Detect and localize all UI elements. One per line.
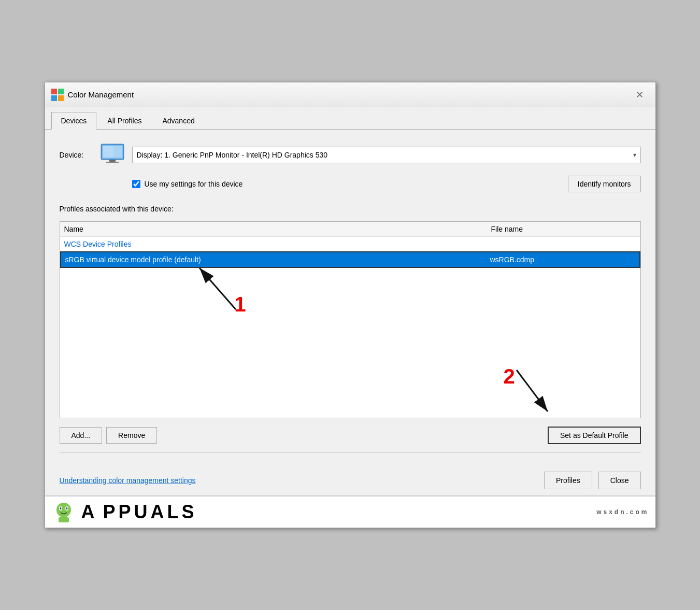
svg-rect-0	[51, 89, 57, 94]
bottom-buttons: Add... Remove Set as Default Profile	[60, 427, 641, 453]
watermark-logo	[51, 500, 76, 524]
title-bar: Color Management ✕	[45, 82, 655, 107]
close-dialog-button[interactable]: Close	[598, 472, 641, 489]
add-button[interactable]: Add...	[60, 427, 103, 444]
svg-rect-3	[58, 95, 64, 101]
set-default-profile-button[interactable]: Set as Default Profile	[548, 427, 641, 444]
footer-right: Profiles Close	[544, 472, 640, 489]
profile-row[interactable]: sRGB virtual device model profile (defau…	[60, 251, 640, 268]
window-close-button[interactable]: ✕	[631, 87, 649, 103]
profiles-table[interactable]: Name File name WCS Device Profiles sRGB …	[60, 221, 641, 418]
footer: Understanding color management settings …	[45, 465, 655, 495]
checkbox-group: Use my settings for this device	[132, 180, 243, 188]
content-area: Device: Display: 1. Generic PnP Monitor …	[45, 130, 655, 465]
profile-filename: wsRGB.cdmp	[490, 256, 635, 264]
checkbox-label: Use my settings for this device	[145, 180, 243, 188]
watermark-ppuals: PPUALS	[103, 501, 197, 523]
tab-devices[interactable]: Devices	[51, 112, 97, 130]
color-management-link[interactable]: Understanding color management settings	[60, 476, 196, 485]
device-row: Device: Display: 1. Generic PnP Monitor …	[60, 142, 641, 167]
profiles-button[interactable]: Profiles	[544, 472, 592, 489]
color-management-window: Color Management ✕ Devices All Profiles …	[45, 82, 656, 528]
tabs-bar: Devices All Profiles Advanced	[45, 107, 655, 130]
profiles-table-container: Name File name WCS Device Profiles sRGB …	[60, 221, 641, 418]
watermark-bar: A PPUALS wsxdn.com	[45, 495, 655, 528]
column-filename-header: File name	[491, 225, 636, 233]
use-settings-checkbox[interactable]	[132, 180, 140, 188]
watermark-text: A	[81, 501, 98, 523]
tab-all-profiles[interactable]: All Profiles	[97, 112, 151, 130]
svg-rect-7	[109, 160, 116, 162]
device-label: Device:	[60, 151, 91, 159]
column-name-header: Name	[64, 225, 491, 233]
window-icon	[51, 89, 64, 101]
monitor-icon	[99, 142, 126, 167]
dropdown-chevron-icon: ▾	[633, 151, 636, 159]
window-title: Color Management	[68, 90, 631, 99]
device-dropdown-value: Display: 1. Generic PnP Monitor - Intel(…	[137, 151, 328, 159]
svg-rect-8	[106, 162, 119, 163]
watermark-site: wsxdn.com	[596, 508, 649, 516]
svg-rect-1	[58, 89, 64, 94]
profiles-table-header: Name File name	[60, 222, 640, 237]
tab-advanced[interactable]: Advanced	[152, 112, 204, 130]
svg-point-14	[56, 503, 71, 517]
profiles-section-label: Profiles associated with this device:	[60, 205, 641, 213]
remove-button[interactable]: Remove	[106, 427, 157, 444]
svg-point-17	[60, 507, 61, 509]
profile-group-label: WCS Device Profiles	[60, 237, 640, 251]
device-dropdown[interactable]: Display: 1. Generic PnP Monitor - Intel(…	[132, 147, 641, 163]
profile-name: sRGB virtual device model profile (defau…	[65, 256, 490, 264]
svg-rect-9	[103, 146, 113, 158]
identify-monitors-button[interactable]: Identify monitors	[568, 176, 641, 192]
svg-rect-2	[51, 95, 57, 101]
svg-rect-19	[59, 517, 69, 522]
checkbox-row: Use my settings for this device Identify…	[132, 176, 641, 192]
svg-point-18	[66, 507, 67, 509]
profiles-wrapper: Name File name WCS Device Profiles sRGB …	[60, 221, 641, 418]
